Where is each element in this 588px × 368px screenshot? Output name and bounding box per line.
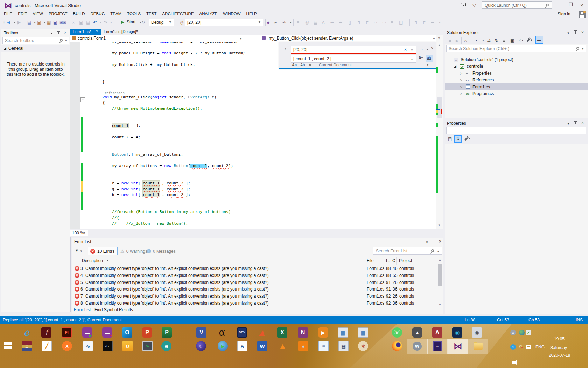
se-toolbar-icon[interactable]: ↻ [495, 38, 498, 43]
properties-alphabetical-icon[interactable]: ⇅ [454, 135, 462, 143]
solution-explorer-pin-icon[interactable] [575, 31, 576, 34]
tab-pin-icon[interactable] [92, 30, 92, 33]
properties-pin-icon[interactable] [575, 122, 576, 124]
tab-form1cs[interactable]: Form1.cs* × [70, 29, 101, 35]
tree-item-solution-controls-1-project-[interactable]: ∞Solution 'controls' (1 project) [445, 56, 588, 63]
error-row-8[interactable]: ✕ 8 Cannot implicitly convert type 'obje… [72, 300, 438, 307]
toolbar-icon[interactable]: ↰ [414, 20, 418, 25]
se-toolbar-icon[interactable]: <> [519, 39, 523, 42]
messages-filter-button[interactable]: i 0 Messages [147, 247, 176, 255]
error-row-7[interactable]: ✕ 7 Cannot implicitly convert type 'obje… [72, 293, 438, 300]
toolbar-icon[interactable]: ▶ [18, 20, 21, 25]
whatsapp-icon[interactable]: ☏ [392, 327, 402, 338]
menu-build[interactable]: BUILD [70, 11, 88, 16]
menu-architecture[interactable]: ARCHITECTURE [159, 11, 196, 16]
toolbar-icon[interactable]: ▼ [34, 21, 36, 24]
idm-icon[interactable]: ▶ [218, 341, 228, 351]
column-header-description[interactable]: Description [82, 258, 103, 263]
wmp-icon[interactable]: ▶ [318, 327, 328, 338]
find-symbol-results-tab[interactable]: Find Symbol Results [94, 307, 133, 312]
tray-network-icon[interactable] [526, 345, 531, 349]
mts-converter-icon[interactable]: ◉ [452, 327, 462, 338]
find-collapse-arrow[interactable]: ∧ [284, 47, 287, 51]
error-filter-icon[interactable]: ▼ [75, 248, 79, 252]
tree-item-controls[interactable]: ◢C#controls [445, 63, 588, 69]
visio-icon[interactable]: V [196, 327, 206, 338]
se-toolbar-icon[interactable]: ⌂ [464, 38, 467, 43]
toolbar-icon[interactable]: ◎ [180, 20, 183, 25]
toolbar-icon[interactable]: ≡ [391, 20, 393, 25]
toolbar-icon[interactable]: ▣ [79, 20, 83, 25]
camtasia-play-icon[interactable]: ▬▶ [82, 327, 92, 338]
scrollbar-splitter-icon[interactable]: ⇳ [438, 36, 440, 40]
outlook-icon[interactable]: O [122, 327, 132, 338]
se-toolbar-icon[interactable]: ▣ [510, 38, 514, 43]
properties-object-combo[interactable] [446, 127, 586, 134]
visual-studio-task-button[interactable]: ⋈ [448, 339, 468, 354]
tray-idm-icon[interactable] [519, 330, 525, 335]
editor-scrollbar[interactable]: ⇳ ▲ ▼ [436, 35, 443, 229]
solution-explorer-menu-arrow[interactable]: ▼ [567, 32, 570, 35]
menu-project[interactable]: PROJECT [46, 11, 70, 16]
menu-debug[interactable]: DEBUG [88, 11, 107, 16]
replace-input[interactable]: [ count_1 , count_2 ] ▼ [291, 55, 416, 63]
toolbar-icon[interactable]: ▦ [47, 20, 51, 25]
properties-wrench-icon[interactable] [464, 137, 468, 141]
find-scope[interactable]: Current Document [319, 63, 352, 67]
close-button[interactable]: × [580, 2, 583, 8]
replace-next-button[interactable]: a↩ [419, 55, 423, 59]
menu-test[interactable]: TEST [144, 11, 159, 16]
properties-menu-arrow[interactable]: ▼ [567, 122, 570, 125]
find-clear-icon[interactable]: × [404, 47, 407, 52]
access-icon[interactable]: A [432, 327, 442, 338]
tray-language[interactable]: ENG [536, 345, 545, 349]
tray-info-icon[interactable]: i [510, 344, 516, 350]
toolbar-icon[interactable]: ▯ [349, 20, 351, 25]
tree-item-references[interactable]: ▷▪-▪References [445, 76, 588, 83]
find-next-arrow[interactable]: ▼ [426, 48, 429, 51]
se-toolbar-icon[interactable]: ≡ [503, 38, 505, 43]
matlab-icon[interactable]: ▲ [257, 327, 267, 338]
tray-usb-icon[interactable]: ✓ [526, 330, 531, 335]
code-area[interactable]: − my_panel_01.Width = this.Width - 2 * m… [70, 42, 436, 229]
error-list-menu-arrow[interactable]: ▼ [426, 241, 428, 244]
toolbar-icon[interactable]: ◫ [399, 20, 403, 25]
photo-viewer-icon[interactable]: ▆ [338, 327, 348, 338]
start-debug-icon[interactable]: ▶ [121, 20, 124, 24]
notifications-icon[interactable]: ▽ [472, 2, 476, 8]
eclipse-icon[interactable]: ☾ [196, 341, 206, 351]
se-toolbar-icon[interactable]: ▶ [456, 39, 458, 43]
cmd-icon[interactable]: C:\_ [103, 341, 113, 351]
se-toolbar-icon[interactable]: ▼ [482, 39, 484, 42]
shaker-icon[interactable]: ▲ [412, 327, 422, 338]
tree-item-form1-cs[interactable]: ▷Form1.cs [445, 83, 588, 90]
ebook-icon[interactable]: ∪ [122, 341, 133, 351]
error-filter-arrow[interactable]: ▼ [80, 250, 83, 253]
breadcrumb-method[interactable]: my_Button_Click(object sender, EventArgs… [269, 36, 353, 41]
start-button[interactable] [4, 342, 12, 349]
tray-date[interactable]: 2020-07-18 [549, 353, 570, 358]
error-row-3[interactable]: ✕ 3 Cannot implicitly convert type 'obje… [72, 265, 438, 272]
toolbar-icon[interactable]: ▼ [13, 21, 16, 24]
se-toolbar-icon[interactable]: ⇄ [487, 38, 491, 43]
toolbar-icon[interactable]: ≡ [297, 20, 299, 25]
toolbar-icon[interactable]: ▼ [289, 21, 292, 24]
column-header-c[interactable]: C [392, 258, 396, 263]
error-list-close-icon[interactable]: × [439, 239, 441, 244]
error-row-4[interactable]: ✕ 4 Cannot implicitly convert type 'obje… [72, 272, 438, 279]
toolbar-icon[interactable]: ▼ [110, 21, 112, 24]
toolbar-icon[interactable]: ▣ [37, 20, 41, 25]
toolbar-icon[interactable]: ⌐ [274, 20, 277, 25]
menu-team[interactable]: TEAM [107, 11, 124, 16]
start-debug-label[interactable]: Start [127, 20, 135, 24]
toolbar-icon[interactable]: ▭ [382, 20, 386, 25]
warnings-filter-button[interactable]: ⚠ 0 Warnings [120, 247, 147, 255]
toolbar-icon[interactable]: ↻ [141, 20, 145, 25]
toolbox-close-icon[interactable]: × [64, 30, 66, 35]
toolbar-icon[interactable]: ◀ [7, 20, 10, 25]
toolbar-icon[interactable]: ↱ [422, 20, 426, 25]
animate-icon[interactable]: Fl [62, 327, 72, 338]
error-list-pin-icon[interactable] [433, 240, 433, 243]
menu-tools[interactable]: TOOLS [124, 11, 144, 16]
breadcrumb-method-arrow[interactable]: ▼ [433, 37, 435, 40]
